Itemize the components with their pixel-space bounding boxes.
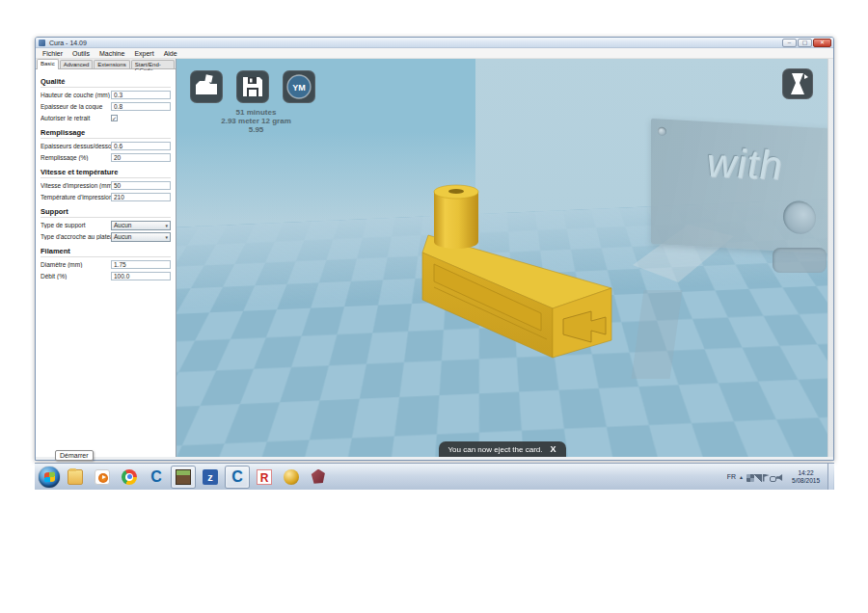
clock-date: 5/08/2015 <box>792 477 820 485</box>
volume-icon[interactable] <box>776 474 784 482</box>
setting-value: Aucun▾ <box>111 232 171 242</box>
cura-active-icon: C <box>230 469 245 485</box>
taskbar-minecraft[interactable] <box>172 466 195 488</box>
close-button[interactable]: ✕ <box>813 39 831 47</box>
taskbar-chrome[interactable] <box>118 466 141 488</box>
plate-rounded-cutout <box>773 248 827 273</box>
hidden-icons-arrow[interactable]: ▴ <box>740 473 743 480</box>
taskbar-z-app[interactable]: z <box>199 466 222 488</box>
setting-value: Aucun▾ <box>111 221 171 230</box>
load-model-button[interactable] <box>190 70 223 103</box>
flag-icon[interactable] <box>762 474 770 482</box>
taskbar-coin-app[interactable] <box>280 466 303 488</box>
setting-value <box>111 102 171 111</box>
setting-row: Autoriser le retrait✓ <box>41 113 171 123</box>
menu-aide[interactable]: Aide <box>159 50 182 57</box>
z-app-icon: z <box>203 469 218 485</box>
cura-icon: C <box>149 469 164 485</box>
setting-label: Remplissage (%) <box>41 154 111 161</box>
chevron-down-icon: ▾ <box>165 223 168 228</box>
yellow-3d-model[interactable] <box>418 179 620 367</box>
titlebar: Cura - 14.09 – ▢ ✕ <box>36 38 833 48</box>
start-button[interactable] <box>39 466 60 488</box>
settings-section-title: Remplissage <box>41 128 171 139</box>
setting-input[interactable] <box>111 193 171 201</box>
start-button-tooltip: Démarrer <box>55 450 94 461</box>
setting-value <box>111 272 171 280</box>
save-toolpath-button[interactable] <box>236 70 269 103</box>
plate-embossed-text: with <box>707 140 784 189</box>
setting-label: Type de support <box>41 222 111 228</box>
view-mode-button[interactable] <box>782 68 813 99</box>
setting-input[interactable] <box>111 153 171 162</box>
setting-input[interactable] <box>111 91 171 99</box>
taskbar-media-player[interactable] <box>91 466 114 488</box>
explorer-icon <box>68 469 83 485</box>
setting-select[interactable]: Aucun▾ <box>111 232 171 242</box>
window-bottom-strip <box>36 457 833 460</box>
taskbar-explorer[interactable] <box>64 466 87 488</box>
taskbar-r-app[interactable]: R <box>253 466 276 488</box>
setting-value <box>111 142 171 150</box>
settings-section-title: Vitesse et température <box>41 168 171 178</box>
setting-label: Diamètre (mm) <box>41 261 111 268</box>
setting-label: Hauteur de couche (mm) <box>41 92 111 98</box>
power-icon[interactable] <box>770 476 776 482</box>
setting-row: Remplissage (%) <box>41 152 171 163</box>
system-tray: FR ▴ 14:22 5/08/2015 <box>727 464 834 490</box>
setting-row: Débit (%) <box>41 271 171 281</box>
minimize-button[interactable]: – <box>782 39 797 47</box>
print-cost: 5.95 <box>176 126 336 135</box>
show-desktop-button[interactable] <box>827 464 833 490</box>
setting-checkbox[interactable]: ✓ <box>111 115 118 121</box>
tab-start-end-gcode[interactable]: Start/End-GCode <box>131 60 175 68</box>
taskbar-cura[interactable]: C <box>145 466 168 488</box>
setting-select[interactable]: Aucun▾ <box>111 221 171 230</box>
save-icon <box>236 70 269 103</box>
tab-basic[interactable]: Basic <box>37 59 59 69</box>
select-value: Aucun <box>114 233 131 240</box>
setting-input[interactable] <box>111 142 171 150</box>
share-youmagine-button[interactable]: YM <box>283 70 315 103</box>
window-title: Cura - 14.09 <box>49 40 87 46</box>
menu-fichier[interactable]: Fichier <box>38 50 68 57</box>
svg-text:YM: YM <box>292 83 306 93</box>
setting-label: Température d'impression (°C) <box>41 194 111 200</box>
menu-outils[interactable]: Outils <box>68 50 95 57</box>
setting-input[interactable] <box>111 102 171 111</box>
plate-screw-hole <box>658 126 666 136</box>
setting-input[interactable] <box>111 181 171 190</box>
select-value: Aucun <box>114 222 131 228</box>
menu-bar: FichierOutilsMachineExpertAide <box>36 48 833 59</box>
language-indicator[interactable]: FR <box>727 473 736 480</box>
setting-label: Type d'accroche au plateau <box>41 233 111 240</box>
settings-section-title: Support <box>41 207 171 218</box>
viewport-3d[interactable]: with <box>176 59 827 457</box>
eject-notification: You can now eject the card. X <box>438 441 565 457</box>
network-icon[interactable] <box>754 474 762 482</box>
setting-row: Diamètre (mm) <box>41 259 171 270</box>
windows-icon[interactable] <box>746 474 754 482</box>
setting-label: Autoriser le retrait <box>41 115 111 121</box>
window-right-strip <box>827 59 833 457</box>
tab-extensions[interactable]: Extensions <box>94 60 129 68</box>
taskbar-meshlab[interactable] <box>307 466 330 488</box>
cura-window: Cura - 14.09 – ▢ ✕ FichierOutilsMachineE… <box>35 37 834 461</box>
setting-input[interactable] <box>111 260 171 269</box>
menu-machine[interactable]: Machine <box>95 50 129 57</box>
menu-expert[interactable]: Expert <box>129 50 158 57</box>
setting-input[interactable] <box>111 272 171 280</box>
taskbar-cura-active[interactable]: C <box>226 466 249 488</box>
window-controls: – ▢ ✕ <box>782 39 831 47</box>
translucent-plate-model[interactable]: with <box>651 119 827 255</box>
setting-row: Hauteur de couche (mm) <box>41 90 171 100</box>
notification-close-icon[interactable]: X <box>550 444 556 454</box>
setting-value: ✓ <box>111 115 171 121</box>
tab-advanced[interactable]: Advanced <box>60 60 94 68</box>
windows-logo-icon <box>44 471 55 482</box>
meshlab-icon <box>311 469 326 485</box>
setting-value <box>111 91 171 99</box>
maximize-button[interactable]: ▢ <box>798 39 812 47</box>
taskbar-clock[interactable]: 14:22 5/08/2015 <box>788 469 824 485</box>
chrome-icon <box>122 469 137 485</box>
